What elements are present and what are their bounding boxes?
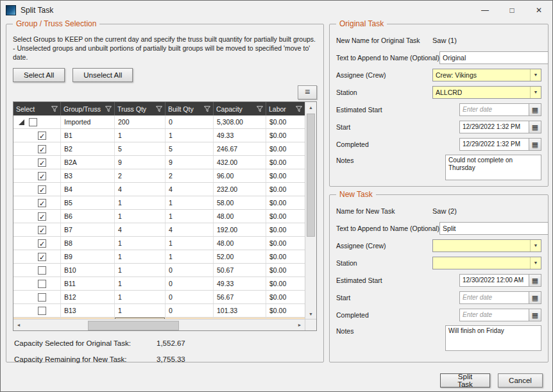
cancel-button[interactable]: Cancel — [498, 373, 543, 388]
chevron-down-icon[interactable]: ▼ — [530, 240, 541, 251]
cell-truss-qty[interactable]: 4 — [115, 223, 166, 236]
unselect-all-button[interactable]: Unselect All — [72, 68, 133, 82]
cell-group[interactable]: B3 — [61, 169, 115, 182]
row-checkbox[interactable]: ✓ — [38, 239, 46, 248]
cell-truss-qty[interactable]: 1 — [115, 196, 166, 209]
cell-built-qty[interactable]: 0 — [166, 291, 214, 303]
vertical-scroll-thumb[interactable] — [307, 114, 315, 237]
new-append-input[interactable]: Split — [439, 222, 549, 235]
calendar-icon[interactable]: ▦ — [529, 274, 541, 287]
cell-capacity[interactable]: 232.00 — [214, 183, 266, 196]
grid-row-b3[interactable]: ✓B32296.00$0.00 — [13, 169, 305, 183]
row-checkbox[interactable]: ✓ — [38, 226, 46, 234]
grid-menu-button[interactable]: ≡ — [298, 85, 317, 99]
cell-built-qty[interactable]: 1 — [166, 210, 214, 223]
cell-built-qty[interactable]: 1 — [166, 196, 214, 209]
filter-icon[interactable] — [296, 106, 302, 112]
expander-icon[interactable] — [19, 119, 24, 125]
cell-labor[interactable]: $0.00 — [266, 223, 305, 236]
filter-icon[interactable] — [105, 106, 112, 112]
cell-truss-qty[interactable]: 2 — [115, 169, 166, 182]
grid-horizontal-scrollbar[interactable]: ◄ ► — [13, 319, 316, 330]
scroll-left-icon[interactable]: ◄ — [13, 320, 24, 330]
cell-group[interactable]: B2A — [61, 156, 115, 169]
cell-built-qty[interactable]: 1 — [166, 237, 214, 250]
cell-labor[interactable]: $0.00 — [266, 304, 305, 317]
cell-labor[interactable]: $0.00 — [266, 169, 305, 182]
cell-built-qty[interactable]: 9 — [166, 156, 214, 169]
grid-row-b1[interactable]: ✓B11149.33$0.00 — [13, 129, 305, 142]
column-header-capacity[interactable]: Capacity — [214, 102, 266, 115]
cell-group[interactable]: B7 — [61, 223, 115, 236]
cell-group[interactable]: B12 — [61, 291, 115, 303]
cell-capacity[interactable]: 52.00 — [214, 250, 266, 263]
row-checkbox[interactable]: ✓ — [38, 199, 46, 207]
row-checkbox[interactable]: ✓ — [38, 145, 46, 153]
cell-capacity[interactable]: 56.67 — [214, 291, 266, 303]
cell-truss-qty[interactable]: 4 — [115, 183, 166, 196]
new-start-input[interactable]: Enter date — [459, 291, 529, 304]
row-checkbox[interactable]: ✓ — [38, 185, 46, 194]
cell-labor[interactable]: $0.00 — [266, 291, 305, 303]
cell-built-qty[interactable]: 4 — [166, 223, 214, 236]
cell-labor[interactable]: $0.00 — [266, 277, 305, 290]
cell-capacity[interactable]: 432.00 — [214, 156, 266, 169]
grid-row-b9[interactable]: ✓B91152.00$0.00 — [13, 250, 305, 264]
scroll-down-icon[interactable]: ▼ — [305, 309, 316, 319]
cell-labor[interactable]: $0.00 — [266, 264, 305, 277]
grid-row-b4[interactable]: ✓B444232.00$0.00 — [13, 183, 305, 196]
filter-icon[interactable] — [51, 106, 58, 112]
cell-group[interactable]: B1 — [61, 129, 115, 142]
calendar-icon[interactable]: ▦ — [529, 291, 541, 304]
original-start-input[interactable]: 12/29/2022 1:32 PM — [459, 121, 529, 133]
select-all-button[interactable]: Select All — [13, 68, 65, 82]
scroll-right-icon[interactable]: ► — [294, 320, 305, 330]
row-checkbox[interactable] — [38, 307, 46, 315]
column-header-built-qty[interactable]: Built Qty — [166, 102, 214, 115]
row-checkbox[interactable]: ✓ — [38, 212, 46, 221]
row-checkbox[interactable] — [38, 280, 46, 288]
horizontal-scroll-thumb[interactable] — [88, 321, 179, 330]
cell-truss-qty[interactable]: 1 — [115, 304, 166, 317]
cell-built-qty[interactable]: 1 — [166, 250, 214, 263]
cell-labor[interactable]: $0.00 — [266, 142, 305, 155]
calendar-icon[interactable]: ▦ — [529, 121, 541, 133]
grid-row-b11[interactable]: B111049.33$0.00 — [13, 277, 305, 291]
grid-row-b6[interactable]: ✓B61148.00$0.00 — [13, 210, 305, 223]
calendar-icon[interactable]: ▦ — [529, 309, 541, 321]
grid-row-b12[interactable]: B121056.67$0.00 — [13, 291, 305, 304]
maximize-button[interactable]: □ — [498, 1, 525, 20]
grid-row-b8[interactable]: ✓B81148.00$0.00 — [13, 237, 305, 250]
cell-built-qty[interactable]: 0 — [166, 277, 214, 290]
cell-capacity[interactable]: 49.33 — [214, 277, 266, 290]
cell-group[interactable]: B5 — [61, 196, 115, 209]
cell-built-qty[interactable]: 2 — [166, 169, 214, 182]
cell-capacity[interactable]: 48.00 — [214, 210, 266, 223]
cell-capacity[interactable]: 49.33 — [214, 129, 266, 142]
grid-row-b2[interactable]: ✓B255246.67$0.00 — [13, 142, 305, 156]
row-checkbox[interactable] — [29, 118, 37, 126]
original-notes-textarea[interactable]: Could not complete on Thursday — [445, 155, 541, 180]
original-est-start-input[interactable]: Enter date — [459, 103, 529, 116]
cell-built-qty[interactable]: 0 — [166, 304, 214, 317]
cell-labor[interactable]: $0.00 — [266, 129, 305, 142]
cell-truss-qty[interactable]: 1 — [115, 291, 166, 303]
cell-truss-qty[interactable]: 200 — [115, 115, 166, 128]
grid-row-b10[interactable]: B101050.67$0.00 — [13, 264, 305, 277]
cell-truss-qty[interactable]: 1 — [115, 250, 166, 263]
cell-group[interactable]: B4 — [61, 183, 115, 196]
new-assignee-dropdown[interactable]: ▼ — [432, 239, 541, 252]
close-button[interactable]: ✕ — [525, 1, 552, 20]
cell-group[interactable]: B8 — [61, 237, 115, 250]
cell-built-qty[interactable]: 0 — [166, 264, 214, 277]
original-append-input[interactable]: Original — [439, 51, 549, 64]
cell-capacity[interactable]: 48.00 — [214, 237, 266, 250]
cell-group[interactable]: B10 — [61, 264, 115, 277]
cell-labor[interactable]: $0.00 — [266, 156, 305, 169]
row-checkbox[interactable] — [38, 266, 46, 275]
cell-group[interactable]: B13 — [61, 304, 115, 317]
cell-labor[interactable]: $0.00 — [266, 196, 305, 209]
cell-truss-qty[interactable]: 9 — [115, 156, 166, 169]
cell-built-qty[interactable]: 5 — [166, 142, 214, 155]
chevron-down-icon[interactable]: ▼ — [530, 69, 541, 81]
